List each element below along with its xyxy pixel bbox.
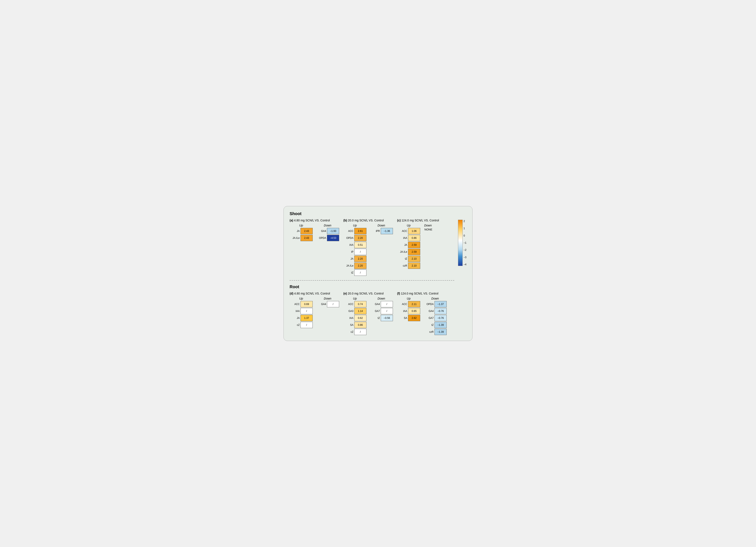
panel-title-a: (a) 4.80 mg SCN/L VS. Control <box>290 219 330 222</box>
down-header-a: Down <box>324 224 331 227</box>
item-box: / <box>354 329 366 335</box>
item-label: GA7 <box>370 310 381 313</box>
item-label: tZ <box>370 317 381 320</box>
panel-f: (f) 124.0 mg SCN/L VS. ControlUpACC2.11I… <box>397 292 447 336</box>
panel-title-d: (d) 4.80 mg SCN/L VS. Control <box>290 292 330 295</box>
list-item: tZ−1.39 <box>424 322 447 328</box>
item-box: 2.43 <box>301 228 313 234</box>
up-col-d: UpACC0.69IAA/JA1.37cZ/ <box>290 297 313 329</box>
panel-letter-a: (a) <box>290 219 293 222</box>
item-box: 2.62 <box>408 315 420 321</box>
item-label: OPDA <box>316 237 327 239</box>
down-col-f: DownOPDA−1.37GA4−0.76GA7−0.76tZ−1.39czR−… <box>424 297 447 336</box>
panel-letter-f: (f) <box>397 292 400 295</box>
content-with-legend: Shoot (a) 4.80 mg SCN/L VS. ControlUpJA2… <box>290 211 466 336</box>
main-container: Shoot (a) 4.80 mg SCN/L VS. ControlUpJA2… <box>283 206 473 341</box>
item-label: JA.ILe <box>290 237 301 239</box>
panel-letter-b: (b) <box>343 219 347 222</box>
item-label: IAA <box>397 310 408 313</box>
shoot-title: Shoot <box>290 211 454 216</box>
item-label: JA <box>343 257 354 260</box>
list-item: SA2.62 <box>397 315 420 321</box>
item-label: JA <box>397 243 408 246</box>
item-label: JA.ILe <box>343 264 354 267</box>
item-box: / <box>354 270 366 276</box>
panel-title-b: (b) 20.0 mg SCN/L VS. Control <box>343 219 384 222</box>
item-box: 2.10 <box>408 256 420 262</box>
list-item: czR2.10 <box>397 263 420 269</box>
item-label: tZ <box>343 271 354 274</box>
item-label: czR <box>424 330 434 333</box>
legend-bar <box>458 220 463 266</box>
item-box: / <box>301 308 313 314</box>
item-label: GA4 <box>370 303 381 306</box>
list-item: iPR−1.36 <box>370 228 393 234</box>
panel-c: (c) 124.0 mg SCN/L VS. ControlUpACC1.06I… <box>397 219 439 270</box>
item-box: 0.74 <box>354 301 366 307</box>
up-down-row-d: UpACC0.69IAA/JA1.37cZ/DownGA4/ <box>290 297 339 329</box>
panel-title-f: (f) 124.0 mg SCN/L VS. Control <box>397 292 438 295</box>
shoot-panels-row: (a) 4.80 mg SCN/L VS. ControlUpJA2.43JA.… <box>290 219 454 276</box>
list-item: tZ−0.56 <box>370 315 393 321</box>
up-col-f: UpACC2.11IAA0.65SA2.62 <box>397 297 420 322</box>
item-box: / <box>327 301 339 307</box>
item-label: ACC <box>343 230 354 233</box>
list-item: GA7−0.76 <box>424 315 447 321</box>
down-col-d: DownGA4/ <box>316 297 339 308</box>
list-item: tZ/ <box>343 270 366 276</box>
item-label: IAA <box>343 317 354 320</box>
item-box: 2.20 <box>354 256 366 262</box>
legend-labels: 210−1−2−3−4 <box>463 220 466 266</box>
item-box: 2.59 <box>408 242 420 248</box>
item-label: GA7 <box>424 317 434 320</box>
panel-d: (d) 4.80 mg SCN/L VS. ControlUpACC0.69IA… <box>290 292 339 329</box>
item-box: 2.61 <box>354 228 366 234</box>
item-box: 2.11 <box>408 301 420 307</box>
item-box: 1.37 <box>301 315 313 321</box>
item-label: JA.ILe <box>397 250 408 253</box>
item-box: 2.20 <box>354 235 366 241</box>
list-item: IAA0.51 <box>343 242 366 248</box>
item-label: GA3 <box>343 310 354 313</box>
up-down-row-e: UpACC0.74GA31.14IAA0.62SA0.86cZ/DownGA4/… <box>343 297 393 336</box>
item-label: JA <box>290 317 301 320</box>
none-label: NONE <box>424 228 432 231</box>
item-label: GA4 <box>316 230 327 233</box>
list-item: cZ/ <box>290 322 313 328</box>
down-col-c: DownNONE <box>424 224 432 232</box>
panel-letter-c: (c) <box>397 219 401 222</box>
shoot-section: Shoot (a) 4.80 mg SCN/L VS. ControlUpJA2… <box>290 211 454 281</box>
item-box: 2.10 <box>408 263 420 269</box>
panel-letter-d: (d) <box>290 292 293 295</box>
legend-label: 0 <box>463 234 466 237</box>
item-box: −0.76 <box>434 315 447 321</box>
item-box: 1.14 <box>354 308 366 314</box>
up-col-c: UpACC1.06IAA0.86JA2.59JA.ILe2.59tZ2.10cz… <box>397 224 420 270</box>
up-header-f: Up <box>407 297 411 300</box>
panel-title-e: (e) 20.0 mg SCN/L VS. Control <box>343 292 384 295</box>
up-down-row-c: UpACC1.06IAA0.86JA2.59JA.ILe2.59tZ2.10cz… <box>397 224 432 270</box>
item-label: GA4 <box>424 310 434 313</box>
item-label: IAA <box>290 310 301 313</box>
list-item: tZ2.10 <box>397 256 420 262</box>
up-down-row-a: UpJA2.43JA.ILe2.43DownGA4−1.93OPDA−4.53 <box>290 224 339 242</box>
root-section: Root (d) 4.80 mg SCN/L VS. ControlUpACC0… <box>290 281 454 336</box>
list-item: ACC0.74 <box>343 301 366 307</box>
legend-label: 1 <box>463 227 466 230</box>
item-box: −0.76 <box>434 308 447 314</box>
up-col-b: UpACC2.61OPDA2.20IAA0.51iP/JA2.20JA.ILe2… <box>343 224 366 276</box>
item-label: tZ <box>424 323 434 326</box>
up-col-e: UpACC0.74GA31.14IAA0.62SA0.86cZ/ <box>343 297 366 336</box>
list-item: ACC0.69 <box>290 301 313 307</box>
legend-label: 2 <box>463 220 466 223</box>
item-box: −1.39 <box>434 322 447 328</box>
down-col-e: DownGA4/GA7/tZ−0.56 <box>370 297 393 322</box>
item-label: OPDA <box>424 303 434 306</box>
item-label: cZ <box>290 323 301 326</box>
list-item: cZ/ <box>343 329 366 335</box>
item-label: ACC <box>290 303 301 306</box>
item-label: JA <box>290 230 301 233</box>
list-item: OPDA−4.53 <box>316 235 339 241</box>
up-header-e: Up <box>353 297 357 300</box>
list-item: JA.ILe2.43 <box>290 235 313 241</box>
